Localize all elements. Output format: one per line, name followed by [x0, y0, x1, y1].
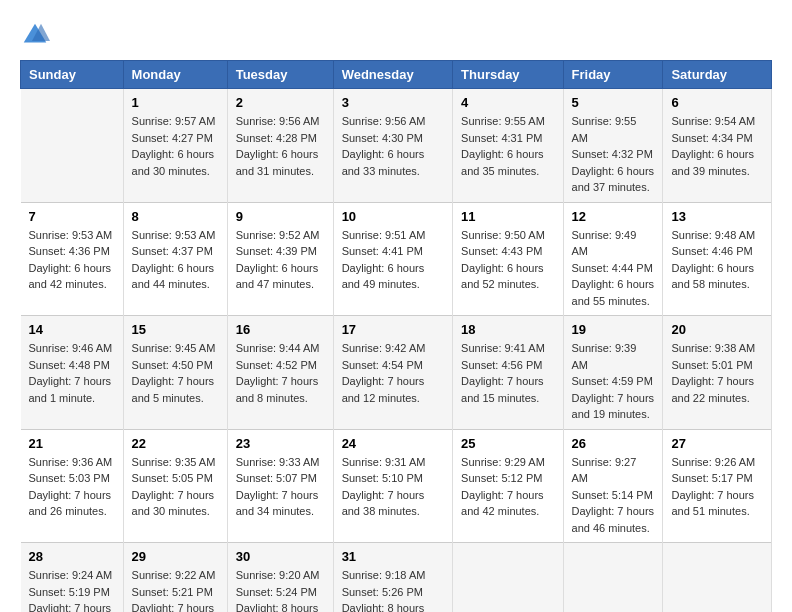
sunset-text: Sunset: 5:12 PM	[461, 470, 554, 487]
sunset-text: Sunset: 4:37 PM	[132, 243, 219, 260]
day-info: Sunrise: 9:36 AMSunset: 5:03 PMDaylight:…	[29, 454, 115, 520]
daylight-text: Daylight: 7 hours and 34 minutes.	[236, 487, 325, 520]
day-cell: 31Sunrise: 9:18 AMSunset: 5:26 PMDayligh…	[333, 543, 452, 613]
day-cell: 10Sunrise: 9:51 AMSunset: 4:41 PMDayligh…	[333, 202, 452, 316]
week-row-5: 28Sunrise: 9:24 AMSunset: 5:19 PMDayligh…	[21, 543, 772, 613]
sunset-text: Sunset: 4:34 PM	[671, 130, 763, 147]
day-number: 9	[236, 209, 325, 224]
day-info: Sunrise: 9:35 AMSunset: 5:05 PMDaylight:…	[132, 454, 219, 520]
day-cell	[563, 543, 663, 613]
day-cell: 24Sunrise: 9:31 AMSunset: 5:10 PMDayligh…	[333, 429, 452, 543]
sunrise-text: Sunrise: 9:18 AM	[342, 567, 444, 584]
day-cell: 30Sunrise: 9:20 AMSunset: 5:24 PMDayligh…	[227, 543, 333, 613]
sunset-text: Sunset: 4:48 PM	[29, 357, 115, 374]
day-info: Sunrise: 9:51 AMSunset: 4:41 PMDaylight:…	[342, 227, 444, 293]
day-info: Sunrise: 9:48 AMSunset: 4:46 PMDaylight:…	[671, 227, 763, 293]
day-number: 18	[461, 322, 554, 337]
page-header	[20, 20, 772, 50]
sunrise-text: Sunrise: 9:49 AM	[572, 227, 655, 260]
daylight-text: Daylight: 6 hours and 39 minutes.	[671, 146, 763, 179]
sunset-text: Sunset: 4:44 PM	[572, 260, 655, 277]
day-cell: 15Sunrise: 9:45 AMSunset: 4:50 PMDayligh…	[123, 316, 227, 430]
sunset-text: Sunset: 5:24 PM	[236, 584, 325, 601]
day-number: 22	[132, 436, 219, 451]
logo-icon	[20, 20, 50, 50]
daylight-text: Daylight: 6 hours and 35 minutes.	[461, 146, 554, 179]
daylight-text: Daylight: 7 hours and 30 minutes.	[132, 487, 219, 520]
day-info: Sunrise: 9:33 AMSunset: 5:07 PMDaylight:…	[236, 454, 325, 520]
day-cell: 1Sunrise: 9:57 AMSunset: 4:27 PMDaylight…	[123, 89, 227, 203]
day-header-thursday: Thursday	[453, 61, 563, 89]
daylight-text: Daylight: 7 hours and 19 minutes.	[572, 390, 655, 423]
sunrise-text: Sunrise: 9:55 AM	[461, 113, 554, 130]
daylight-text: Daylight: 7 hours and 38 minutes.	[342, 487, 444, 520]
day-number: 8	[132, 209, 219, 224]
day-cell: 27Sunrise: 9:26 AMSunset: 5:17 PMDayligh…	[663, 429, 772, 543]
day-number: 23	[236, 436, 325, 451]
sunset-text: Sunset: 4:56 PM	[461, 357, 554, 374]
day-cell: 5Sunrise: 9:55 AMSunset: 4:32 PMDaylight…	[563, 89, 663, 203]
day-number: 29	[132, 549, 219, 564]
day-number: 24	[342, 436, 444, 451]
sunset-text: Sunset: 4:59 PM	[572, 373, 655, 390]
day-info: Sunrise: 9:38 AMSunset: 5:01 PMDaylight:…	[671, 340, 763, 406]
daylight-text: Daylight: 7 hours and 22 minutes.	[671, 373, 763, 406]
sunset-text: Sunset: 5:19 PM	[29, 584, 115, 601]
day-info: Sunrise: 9:53 AMSunset: 4:37 PMDaylight:…	[132, 227, 219, 293]
week-row-2: 7Sunrise: 9:53 AMSunset: 4:36 PMDaylight…	[21, 202, 772, 316]
day-number: 1	[132, 95, 219, 110]
sunset-text: Sunset: 5:26 PM	[342, 584, 444, 601]
day-cell: 19Sunrise: 9:39 AMSunset: 4:59 PMDayligh…	[563, 316, 663, 430]
sunrise-text: Sunrise: 9:31 AM	[342, 454, 444, 471]
day-cell: 28Sunrise: 9:24 AMSunset: 5:19 PMDayligh…	[21, 543, 124, 613]
daylight-text: Daylight: 7 hours and 26 minutes.	[29, 487, 115, 520]
day-cell: 2Sunrise: 9:56 AMSunset: 4:28 PMDaylight…	[227, 89, 333, 203]
day-cell: 18Sunrise: 9:41 AMSunset: 4:56 PMDayligh…	[453, 316, 563, 430]
daylight-text: Daylight: 7 hours and 46 minutes.	[572, 503, 655, 536]
day-number: 3	[342, 95, 444, 110]
sunset-text: Sunset: 4:31 PM	[461, 130, 554, 147]
day-info: Sunrise: 9:57 AMSunset: 4:27 PMDaylight:…	[132, 113, 219, 179]
day-number: 6	[671, 95, 763, 110]
day-cell: 13Sunrise: 9:48 AMSunset: 4:46 PMDayligh…	[663, 202, 772, 316]
sunset-text: Sunset: 5:10 PM	[342, 470, 444, 487]
sunset-text: Sunset: 4:30 PM	[342, 130, 444, 147]
daylight-text: Daylight: 7 hours and 1 minute.	[29, 373, 115, 406]
sunset-text: Sunset: 4:32 PM	[572, 146, 655, 163]
sunrise-text: Sunrise: 9:52 AM	[236, 227, 325, 244]
sunset-text: Sunset: 4:41 PM	[342, 243, 444, 260]
day-cell: 12Sunrise: 9:49 AMSunset: 4:44 PMDayligh…	[563, 202, 663, 316]
day-info: Sunrise: 9:31 AMSunset: 5:10 PMDaylight:…	[342, 454, 444, 520]
day-info: Sunrise: 9:56 AMSunset: 4:30 PMDaylight:…	[342, 113, 444, 179]
day-info: Sunrise: 9:26 AMSunset: 5:17 PMDaylight:…	[671, 454, 763, 520]
sunrise-text: Sunrise: 9:29 AM	[461, 454, 554, 471]
day-number: 5	[572, 95, 655, 110]
sunset-text: Sunset: 4:46 PM	[671, 243, 763, 260]
sunrise-text: Sunrise: 9:53 AM	[132, 227, 219, 244]
sunrise-text: Sunrise: 9:46 AM	[29, 340, 115, 357]
day-info: Sunrise: 9:55 AMSunset: 4:32 PMDaylight:…	[572, 113, 655, 196]
day-cell: 25Sunrise: 9:29 AMSunset: 5:12 PMDayligh…	[453, 429, 563, 543]
day-number: 13	[671, 209, 763, 224]
day-number: 19	[572, 322, 655, 337]
sunrise-text: Sunrise: 9:41 AM	[461, 340, 554, 357]
day-number: 25	[461, 436, 554, 451]
day-cell	[21, 89, 124, 203]
day-info: Sunrise: 9:55 AMSunset: 4:31 PMDaylight:…	[461, 113, 554, 179]
day-number: 2	[236, 95, 325, 110]
sunset-text: Sunset: 5:14 PM	[572, 487, 655, 504]
day-info: Sunrise: 9:22 AMSunset: 5:21 PMDaylight:…	[132, 567, 219, 612]
sunset-text: Sunset: 5:01 PM	[671, 357, 763, 374]
sunrise-text: Sunrise: 9:39 AM	[572, 340, 655, 373]
daylight-text: Daylight: 6 hours and 31 minutes.	[236, 146, 325, 179]
sunrise-text: Sunrise: 9:24 AM	[29, 567, 115, 584]
daylight-text: Daylight: 6 hours and 49 minutes.	[342, 260, 444, 293]
day-cell: 29Sunrise: 9:22 AMSunset: 5:21 PMDayligh…	[123, 543, 227, 613]
day-info: Sunrise: 9:53 AMSunset: 4:36 PMDaylight:…	[29, 227, 115, 293]
day-number: 21	[29, 436, 115, 451]
sunrise-text: Sunrise: 9:48 AM	[671, 227, 763, 244]
day-number: 7	[29, 209, 115, 224]
daylight-text: Daylight: 7 hours and 59 minutes.	[132, 600, 219, 612]
sunset-text: Sunset: 4:54 PM	[342, 357, 444, 374]
sunrise-text: Sunrise: 9:50 AM	[461, 227, 554, 244]
